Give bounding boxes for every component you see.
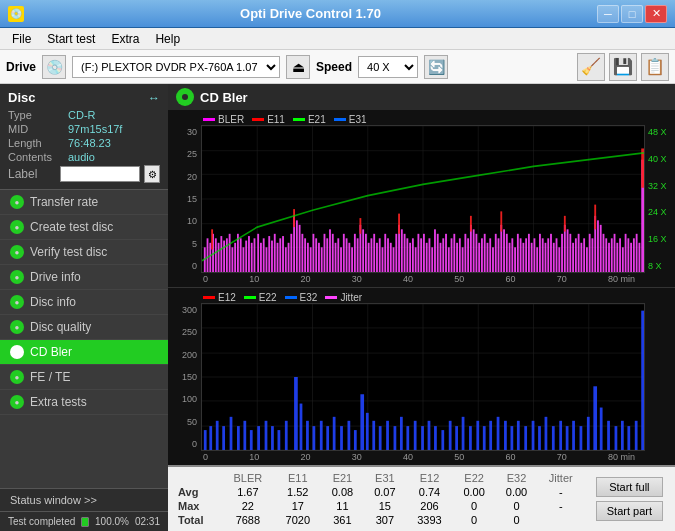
chart1-y-right: 48 X 40 X 32 X 24 X 16 X 8 X — [645, 125, 675, 273]
menu-help[interactable]: Help — [147, 30, 188, 48]
menu-file[interactable]: File — [4, 30, 39, 48]
e22-color — [244, 296, 256, 299]
svg-rect-88 — [409, 243, 411, 272]
e21-color — [293, 118, 305, 121]
svg-rect-258 — [627, 426, 630, 450]
svg-rect-208 — [285, 421, 288, 450]
svg-rect-225 — [400, 417, 403, 450]
sidebar-item-disc-info[interactable]: ●Disc info — [0, 290, 168, 315]
svg-rect-239 — [497, 417, 500, 450]
svg-rect-213 — [320, 421, 323, 450]
svg-rect-220 — [366, 413, 369, 450]
svg-rect-227 — [414, 421, 417, 450]
y2-50: 50 — [168, 417, 201, 427]
svg-rect-103 — [451, 238, 453, 272]
status-window-btn[interactable]: Status window >> — [0, 488, 168, 511]
y1-25: 25 — [168, 149, 201, 159]
sidebar-item-create-test-disc[interactable]: ●Create test disc — [0, 215, 168, 240]
sidebar-item-disc-quality[interactable]: ●Disc quality — [0, 315, 168, 340]
legend-e31: E31 — [334, 114, 367, 125]
sidebar-item-extra-tests[interactable]: ●Extra tests — [0, 390, 168, 415]
svg-rect-205 — [265, 421, 268, 450]
col-header-e32: E32 — [495, 471, 537, 485]
y2-0: 0 — [168, 439, 201, 449]
x2-50: 50 — [454, 452, 464, 462]
svg-rect-50 — [304, 238, 306, 272]
svg-rect-160 — [608, 243, 610, 272]
drive-icon-btn[interactable]: 💿 — [42, 55, 66, 79]
svg-rect-201 — [237, 426, 240, 450]
svg-rect-139 — [550, 234, 552, 272]
refresh-button[interactable]: 🔄 — [424, 55, 448, 79]
maximize-button[interactable]: □ — [621, 5, 643, 23]
stats-data: BLER E11 E21 E31 E12 E22 E32 Jitter — [176, 471, 584, 527]
svg-rect-133 — [534, 238, 536, 272]
nav-items: ●Transfer rate●Create test disc●Verify t… — [0, 190, 168, 415]
speed-select[interactable]: 40 X 48 X Max — [358, 56, 418, 78]
chart1-y-axis: 30 25 20 15 10 5 0 — [168, 125, 201, 273]
sidebar-item-transfer-rate[interactable]: ●Transfer rate — [0, 190, 168, 215]
menu-extra[interactable]: Extra — [103, 30, 147, 48]
svg-rect-235 — [469, 426, 472, 450]
y2-300: 300 — [168, 305, 201, 315]
start-full-button[interactable]: Start full — [596, 477, 663, 497]
info-button[interactable]: 💾 — [609, 53, 637, 81]
svg-rect-147 — [572, 243, 574, 272]
sidebar: Disc ↔ Type CD-R MID 97m15s17f Length 76… — [0, 84, 168, 531]
svg-rect-52 — [310, 247, 312, 272]
svg-rect-242 — [517, 421, 520, 450]
save-button[interactable]: 📋 — [641, 53, 669, 81]
start-part-button[interactable]: Start part — [596, 501, 663, 521]
erase-button[interactable]: 🧹 — [577, 53, 605, 81]
svg-rect-173 — [211, 229, 213, 249]
svg-rect-18 — [215, 238, 217, 272]
svg-rect-27 — [240, 238, 242, 272]
svg-rect-209 — [294, 377, 298, 450]
sidebar-item-drive-info[interactable]: ●Drive info — [0, 265, 168, 290]
chart1-legend: BLER E11 E21 E31 — [168, 112, 675, 125]
progress-fill — [82, 518, 88, 526]
minimize-button[interactable]: ─ — [597, 5, 619, 23]
legend-jitter: Jitter — [325, 292, 362, 303]
svg-rect-22 — [226, 238, 228, 272]
svg-rect-229 — [428, 421, 431, 450]
avg-e11: 1.52 — [274, 485, 321, 499]
avg-jitter: - — [538, 485, 584, 499]
svg-rect-165 — [622, 247, 624, 272]
svg-rect-25 — [234, 243, 236, 272]
svg-rect-78 — [382, 247, 384, 272]
disc-label-label: Label — [8, 167, 56, 181]
charts-area: BLER E11 E21 E31 — [168, 110, 675, 465]
svg-rect-253 — [593, 386, 597, 450]
avg-e31: 0.07 — [364, 485, 406, 499]
svg-rect-104 — [453, 234, 455, 272]
label-icon-btn[interactable]: ⚙ — [144, 165, 160, 183]
svg-rect-144 — [564, 225, 566, 272]
svg-rect-154 — [592, 238, 594, 272]
svg-rect-61 — [335, 243, 337, 272]
sidebar-item-fe-te[interactable]: ●FE / TE — [0, 365, 168, 390]
e11-color — [252, 118, 264, 121]
cd-bler-icon: ● — [10, 345, 24, 359]
progress-percent: 100.0% — [95, 516, 129, 527]
drive-select[interactable]: (F:) PLEXTOR DVDR PX-760A 1.07 — [72, 56, 280, 78]
svg-rect-29 — [245, 241, 247, 272]
col-header-jitter: Jitter — [538, 471, 584, 485]
svg-rect-37 — [268, 236, 270, 272]
menu-start-test[interactable]: Start test — [39, 30, 103, 48]
svg-rect-102 — [448, 247, 450, 272]
svg-rect-214 — [326, 426, 329, 450]
disc-arrows-btn[interactable]: ↔ — [148, 91, 160, 105]
e32-label: E32 — [300, 292, 318, 303]
sidebar-item-cd-bler[interactable]: ●CD Bler — [0, 340, 168, 365]
x2-80: 80 min — [608, 452, 635, 462]
stats-header-row: BLER E11 E21 E31 E12 E22 E32 Jitter — [176, 471, 584, 485]
svg-rect-243 — [524, 426, 527, 450]
eject-button[interactable]: ⏏ — [286, 55, 310, 79]
disc-label-input[interactable] — [60, 166, 140, 182]
sidebar-item-verify-test-disc[interactable]: ●Verify test disc — [0, 240, 168, 265]
svg-rect-79 — [384, 234, 386, 272]
close-button[interactable]: ✕ — [645, 5, 667, 23]
svg-rect-82 — [393, 247, 395, 272]
y1-0: 0 — [168, 261, 201, 271]
